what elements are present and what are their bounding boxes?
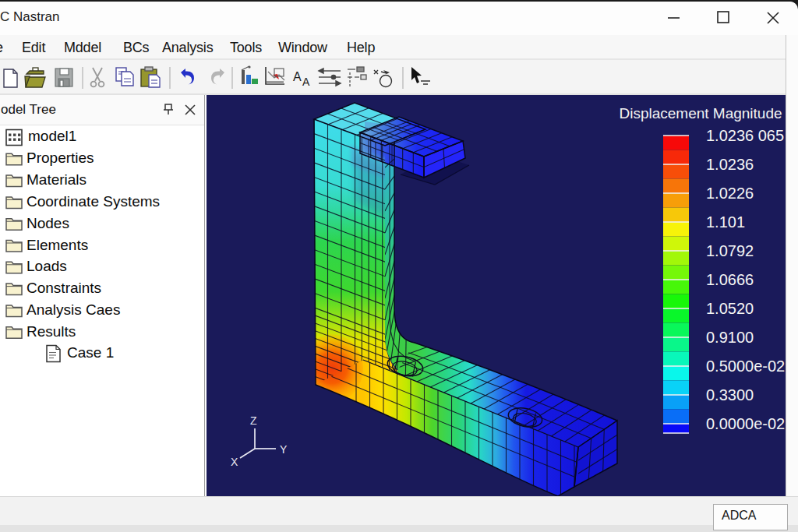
svg-text:A: A: [293, 70, 302, 83]
svg-text:1.0792: 1.0792: [706, 242, 754, 259]
svg-text:1.0666: 1.0666: [706, 271, 754, 288]
svg-text:X: X: [231, 456, 238, 468]
svg-text:1.0236 065: 1.0236 065: [706, 127, 784, 144]
svg-text:Z: Z: [250, 414, 257, 427]
svg-text:0.9100: 0.9100: [706, 329, 754, 346]
svg-text:Y: Y: [280, 443, 288, 456]
svg-text:Displacement Magnitude: Displacement Magnitude: [619, 105, 782, 122]
svg-text:0.3300: 0.3300: [706, 386, 754, 403]
svg-text:A: A: [302, 76, 310, 88]
svg-text:0.5000e-02: 0.5000e-02: [706, 358, 785, 375]
svg-text:1.0520: 1.0520: [706, 300, 754, 317]
svg-text:1.101: 1.101: [706, 213, 745, 231]
svg-text:1.0226: 1.0226: [706, 185, 754, 202]
svg-text:0.0000e-02: 0.0000e-02: [706, 415, 785, 432]
svg-text:1.0236: 1.0236: [706, 156, 754, 173]
